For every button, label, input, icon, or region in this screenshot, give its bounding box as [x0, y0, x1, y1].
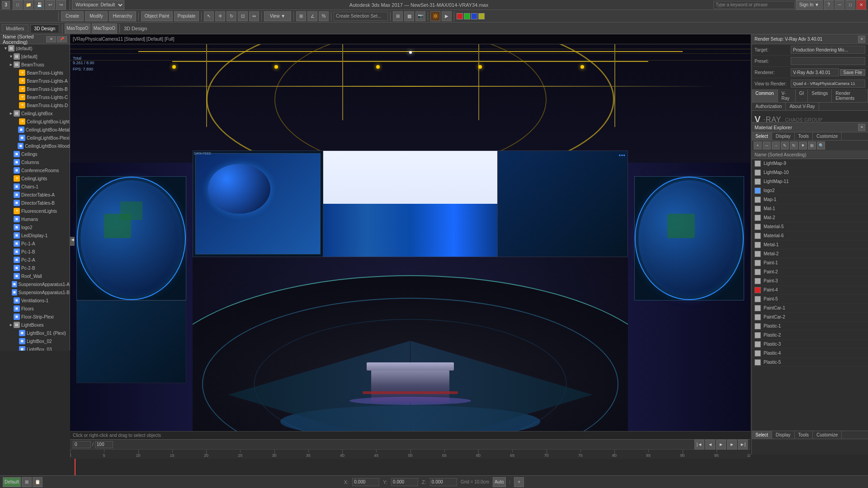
- tree-item[interactable]: ☀CeilingLightBox-Light: [0, 117, 70, 126]
- render-tab-v-ray[interactable]: V-Ray: [778, 89, 796, 102]
- material-list-item[interactable]: Material-6: [752, 231, 868, 240]
- mat-tab-customize[interactable]: Customize: [813, 132, 842, 140]
- preset-value[interactable]: [791, 57, 865, 65]
- material-list-item[interactable]: Map-1: [752, 195, 868, 204]
- mat-tab-tools[interactable]: Tools: [795, 132, 813, 140]
- tree-item[interactable]: ☀BeamTruss-Lights-A: [0, 77, 70, 85]
- tree-item[interactable]: ▣Pc-2-B: [0, 264, 70, 272]
- move-btn[interactable]: ✛: [215, 11, 225, 21]
- render-tab-common[interactable]: Common: [752, 89, 778, 102]
- tree-item[interactable]: ▣DirectorTables-B: [0, 199, 70, 207]
- timeline-ruler[interactable]: 0510152025303540455055606570758085909510…: [70, 450, 750, 459]
- go-end-btn[interactable]: ►|: [738, 440, 748, 450]
- render-tab-gi[interactable]: GI: [796, 89, 808, 102]
- material-list-item[interactable]: LightMap-10: [752, 168, 868, 177]
- select-btn[interactable]: ↖: [204, 11, 214, 21]
- tree-item[interactable]: ▣Chairs-1: [0, 183, 70, 191]
- material-list-item[interactable]: PaintCar-1: [752, 304, 868, 313]
- info-btn[interactable]: ?: [824, 0, 834, 10]
- mat-tab-select[interactable]: Select: [752, 132, 772, 140]
- x-coord-input[interactable]: [352, 478, 379, 486]
- material-list-item[interactable]: Plastic-5: [752, 358, 868, 367]
- ref-coord-dropdown[interactable]: View ▼: [264, 11, 291, 21]
- tree-item[interactable]: ▣logo2: [0, 223, 70, 231]
- percent-snap-btn[interactable]: %: [319, 11, 329, 21]
- tree-item[interactable]: ▣LightBox_01 (Plexi): [0, 329, 70, 337]
- render-subtab-authorization[interactable]: Authorization: [752, 103, 786, 110]
- tree-item[interactable]: ▣ConferenceRooms: [0, 166, 70, 174]
- create-mode-btn[interactable]: Create: [61, 11, 84, 21]
- mirror-btn[interactable]: ⇔: [249, 11, 259, 21]
- tree-item[interactable]: ▣CeilingLightBox-Plexi: [0, 134, 70, 142]
- tree-item[interactable]: ▣DirectorTables-A: [0, 191, 70, 199]
- tab-design[interactable]: 3D Design: [30, 24, 60, 33]
- tree-item[interactable]: ▣Pc-1-B: [0, 248, 70, 256]
- sign-in-btn[interactable]: Sign In ▼: [796, 0, 823, 10]
- workspace-selector[interactable]: Workspace: Default: [72, 0, 124, 9]
- tab-create[interactable]: Modifiers: [2, 24, 28, 33]
- tree-item[interactable]: ▣Pc-1-A: [0, 239, 70, 248]
- frame-end-input[interactable]: [95, 441, 113, 448]
- tree-item[interactable]: ▣SuspensionApparatus1-B: [0, 288, 70, 296]
- mat-view-btn[interactable]: ⊞: [808, 141, 816, 150]
- close-btn[interactable]: ✕: [856, 0, 866, 10]
- mat-new-btn[interactable]: +: [754, 141, 762, 150]
- render-close-btn[interactable]: ✕: [858, 36, 865, 43]
- frame-start-input[interactable]: [73, 441, 91, 448]
- default-tab[interactable]: Default: [3, 477, 21, 487]
- color-red[interactable]: [457, 13, 463, 19]
- tree-item[interactable]: ▣Ceilings: [0, 150, 70, 158]
- search-bar[interactable]: Type a keyword or phrase: [713, 1, 795, 9]
- tree-item[interactable]: ☀FluorescentLights: [0, 207, 70, 215]
- mat-delete-btn[interactable]: ─: [763, 141, 771, 150]
- timeline-track[interactable]: [70, 459, 750, 476]
- scene-layout-btn[interactable]: MacTopoO: [92, 23, 117, 33]
- save-btn[interactable]: 💾: [34, 0, 44, 10]
- tree-item[interactable]: ▣Floor-Strip-Plexi: [0, 313, 70, 321]
- z-coord-input[interactable]: [430, 478, 457, 486]
- next-frame-btn[interactable]: ►: [727, 440, 737, 450]
- selection-set-input[interactable]: Create Selection Set...: [334, 12, 388, 21]
- scale-btn[interactable]: ⊡: [238, 11, 248, 21]
- render-subtab-about-v-ray[interactable]: About V-Ray: [786, 103, 819, 110]
- material-list-item[interactable]: Material-5: [752, 222, 868, 231]
- material-list-item[interactable]: PaintCar-2: [752, 313, 868, 322]
- tree-item[interactable]: ☀BeamTruss-Lights: [0, 69, 70, 77]
- new-btn[interactable]: □: [13, 0, 23, 10]
- material-list-item[interactable]: Metal-1: [752, 240, 868, 249]
- scene-pin-btn[interactable]: 📌: [57, 36, 67, 42]
- scene-filter-btn[interactable]: ✕: [46, 36, 56, 42]
- tree-item[interactable]: ▣Pc-2-A: [0, 256, 70, 264]
- tree-item[interactable]: ▣Ventilations-1: [0, 296, 70, 305]
- material-list-item[interactable]: Paint-1: [752, 258, 868, 267]
- tree-item[interactable]: ▣Roof_Wall: [0, 272, 70, 280]
- mat-close-btn[interactable]: ✕: [858, 124, 865, 131]
- minimize-btn[interactable]: ─: [835, 0, 844, 10]
- main-viewport[interactable]: [VRayPhysicalCamera11 [Standard] [Defaul…: [70, 34, 750, 438]
- add-key-btn[interactable]: +: [514, 477, 524, 487]
- renderer-value[interactable]: V-Ray Adv 3.40.01: [791, 68, 839, 76]
- tree-item[interactable]: ☀BeamTruss-Lights-B: [0, 85, 70, 93]
- y-coord-input[interactable]: [391, 478, 418, 486]
- viewport-canvas[interactable]: DATA FEED ●●●: [70, 44, 750, 438]
- material-list-item[interactable]: Paint-4: [752, 286, 868, 295]
- render-frame-btn[interactable]: ▶: [442, 11, 452, 21]
- hierarchy-btn[interactable]: Hierarchy: [109, 11, 136, 21]
- tree-item[interactable]: ▣Floors: [0, 305, 70, 313]
- render-btn[interactable]: 🔆: [430, 11, 440, 21]
- mat-assign-btn[interactable]: →: [772, 141, 780, 150]
- auto-btn[interactable]: Auto: [493, 477, 506, 487]
- tree-item[interactable]: ▼▤[default]: [0, 52, 70, 61]
- material-list-item[interactable]: Paint-2: [752, 267, 868, 277]
- material-list-item[interactable]: Plastic-4: [752, 349, 868, 358]
- modify-mode-btn[interactable]: Modify: [85, 11, 108, 21]
- tree-item[interactable]: ▣LedDisplay-1: [0, 231, 70, 239]
- play-btn[interactable]: ►: [716, 440, 726, 450]
- color-green[interactable]: [464, 13, 470, 19]
- tree-item[interactable]: ▼▤(default): [0, 44, 70, 52]
- mat-bottom-tab-display[interactable]: Display: [772, 431, 795, 439]
- camera-btn[interactable]: 📷: [415, 11, 425, 21]
- color-blue[interactable]: [471, 13, 477, 19]
- mat-tab-display[interactable]: Display: [772, 132, 795, 140]
- undo-btn[interactable]: ↩: [45, 0, 55, 10]
